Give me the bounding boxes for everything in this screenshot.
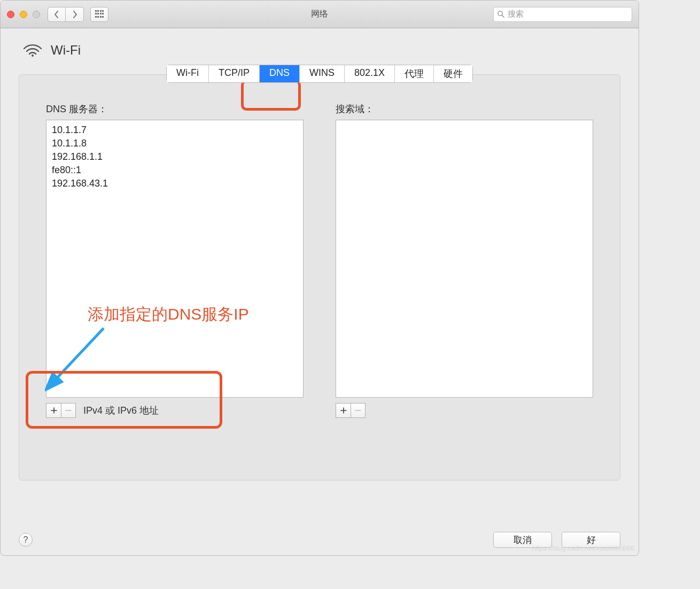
show-all-button[interactable] (90, 7, 108, 22)
dns-servers-column: DNS 服务器： 10.1.1.710.1.1.8192.168.1.1fe80… (46, 103, 304, 418)
search-placeholder: 搜索 (508, 9, 524, 19)
watermark: https://blog.csdn.net/xiaoleilei666 (532, 544, 634, 552)
remove-domain-button[interactable] (351, 403, 365, 418)
add-domain-button[interactable] (336, 403, 351, 418)
plus-icon (51, 407, 57, 414)
close-window-button[interactable] (7, 11, 14, 18)
fullscreen-window-button (33, 11, 40, 18)
dns-server-item[interactable]: 10.1.1.7 (52, 123, 298, 137)
dns-server-item[interactable]: fe80::1 (52, 164, 298, 177)
search-domains-label: 搜索域： (336, 103, 593, 115)
svg-line-1 (502, 15, 504, 17)
tab-wi-fi[interactable]: Wi-Fi (167, 65, 209, 82)
tab--[interactable]: 硬件 (434, 65, 472, 82)
nav-back-forward (48, 7, 84, 22)
search-domains-list[interactable] (336, 120, 593, 398)
tab-dns[interactable]: DNS (260, 65, 300, 82)
remove-dns-button[interactable] (61, 403, 76, 418)
dns-server-item[interactable]: 192.168.1.1 (52, 150, 298, 164)
minus-icon (355, 407, 361, 414)
search-icon (497, 10, 505, 18)
tab-802-1x[interactable]: 802.1X (345, 65, 395, 82)
dns-servers-list[interactable]: 10.1.1.710.1.1.8192.168.1.1fe80::1192.16… (46, 120, 304, 398)
search-input[interactable]: 搜索 (493, 7, 632, 22)
pane-header: Wi-Fi (1, 28, 639, 65)
titlebar: 网络 搜索 (1, 1, 639, 28)
tab--[interactable]: 代理 (395, 65, 434, 82)
dns-server-item[interactable]: 192.168.43.1 (52, 177, 298, 190)
dns-server-item[interactable]: 10.1.1.8 (52, 137, 298, 150)
grid-icon (95, 10, 104, 19)
chevron-right-icon (72, 11, 77, 18)
minus-icon (65, 407, 72, 414)
wifi-icon (22, 41, 43, 59)
help-button[interactable]: ? (19, 533, 33, 547)
chevron-left-icon (54, 11, 59, 18)
forward-button[interactable] (66, 7, 84, 22)
back-button[interactable] (48, 7, 66, 22)
tab-bar: Wi-FiTCP/IPDNSWINS802.1X代理硬件 (166, 65, 473, 83)
preferences-window: 网络 搜索 Wi-Fi Wi-FiTCP/IPDNSWINS802.1X代理硬件… (0, 0, 639, 556)
add-dns-button[interactable] (46, 403, 61, 418)
dns-hint: IPv4 或 IPv6 地址 (83, 404, 159, 417)
pane-title: Wi-Fi (51, 43, 81, 58)
tab-wins[interactable]: WINS (300, 65, 345, 82)
window-controls (7, 11, 40, 18)
minimize-window-button[interactable] (20, 11, 27, 18)
help-icon: ? (24, 535, 28, 545)
svg-point-2 (32, 55, 34, 57)
tab-tcp-ip[interactable]: TCP/IP (209, 65, 260, 82)
dns-servers-label: DNS 服务器： (46, 103, 304, 115)
plus-icon (340, 407, 347, 414)
search-domains-column: 搜索域： (336, 103, 593, 418)
window-title: 网络 (311, 9, 328, 20)
dns-panel: DNS 服务器： 10.1.1.710.1.1.8192.168.1.1fe80… (19, 74, 620, 480)
